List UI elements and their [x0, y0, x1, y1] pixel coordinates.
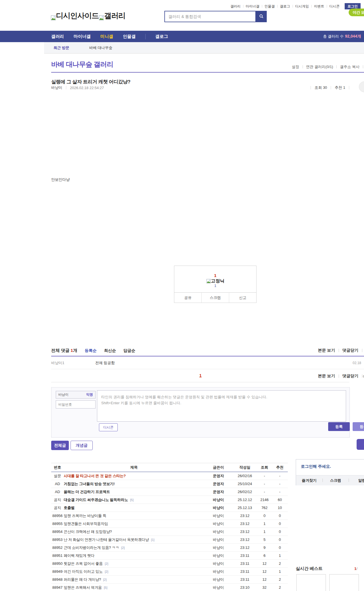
- post-link[interactable]: 대숲갤 가이드 써주겠습니노 필독하라노: [64, 498, 128, 502]
- gallery-utility-link[interactable]: 갤주소 복사: [336, 64, 363, 69]
- search-input[interactable]: [165, 14, 255, 19]
- post-link[interactable]: 호출벨: [64, 506, 75, 510]
- post-link[interactable]: 뒷걀은 즈목 없어서 좋음: [64, 561, 103, 566]
- post-extra-circle-button[interactable]: [359, 81, 364, 92]
- post-link[interactable]: 올해는 더 건강하기 프로젝트: [64, 490, 110, 494]
- post-writer-cell[interactable]: 바냥이: [204, 576, 233, 584]
- comment-password-field[interactable]: [56, 400, 96, 409]
- share-button[interactable]: 공유: [174, 293, 201, 303]
- post-link[interactable]: 근데 소비자병이라는게 있음? ㅋㅋ: [64, 545, 119, 550]
- post-views-cell: 762: [257, 504, 272, 512]
- post-writer-cell[interactable]: 바냥이: [204, 568, 233, 576]
- comment-submit-button[interactable]: 등록: [328, 422, 350, 431]
- main-nav-item[interactable]: 인물갤: [123, 34, 136, 39]
- comment-view-links: 본문 보기 댓글닫기: [314, 348, 362, 353]
- post-writer-cell[interactable]: 바냥이: [204, 552, 233, 560]
- post-link[interactable]: 퍼리물은 왜 다 게이냥?: [64, 577, 101, 582]
- top-link[interactable]: 마이너갤: [243, 3, 262, 9]
- gallery-title[interactable]: 바베 대나무숲 갤러리: [51, 60, 113, 69]
- all-posts-button[interactable]: 전체글: [51, 441, 69, 450]
- main-nav-item[interactable]: 갤로그: [145, 34, 168, 39]
- search-button[interactable]: [256, 11, 267, 22]
- post-number: AD: [51, 480, 64, 488]
- gallery-utility-link[interactable]: 연관 갤러리(0/1): [303, 64, 336, 69]
- post-link[interactable]: 난 저 화살이 언젠가 나한테 올거같아서 욕못하겠다냥: [64, 537, 149, 542]
- post-link[interactable]: 페이백 재밌게 햇다: [64, 553, 94, 558]
- comment-page-1[interactable]: 1: [199, 373, 202, 378]
- night-mode-toggle[interactable]: 야간 모드: [349, 9, 364, 16]
- top-link[interactable]: 갤러리: [228, 3, 243, 9]
- comment-sort-tab[interactable]: 최신순: [104, 348, 116, 353]
- comment-count-badge: [5]: [104, 586, 107, 589]
- refresh-icon[interactable]: ⟳: [363, 374, 364, 379]
- post-link[interactable]: 여긴 아직도 이러고 있노: [64, 569, 103, 574]
- main-nav-item[interactable]: 갤러리: [51, 34, 64, 39]
- post-writer-cell[interactable]: 운영자: [204, 488, 233, 496]
- close-comments-link[interactable]: 댓글닫기: [339, 348, 362, 353]
- post-date-cell: 25/10/24: [233, 480, 257, 488]
- scrap-button[interactable]: 스크랩: [201, 293, 229, 303]
- site-logo[interactable]: 디시인사이드 갤러리: [51, 11, 125, 21]
- post-views-cell: -: [257, 472, 272, 480]
- top-link[interactable]: 인물갤: [262, 3, 277, 9]
- post-writer-cell[interactable]: 바냥이: [204, 584, 233, 591]
- post-date-cell: 23:11: [233, 552, 257, 560]
- post-writer-cell[interactable]: 바냥이: [204, 536, 233, 544]
- post-writer-cell[interactable]: 바냥이: [204, 496, 233, 504]
- sidebar-tab[interactable]: 알림: [349, 475, 364, 485]
- post-writer-cell[interactable]: 바냥이: [204, 560, 233, 568]
- post-writer-cell[interactable]: 운영자: [204, 480, 233, 488]
- view-post-link[interactable]: 본문 보기: [314, 374, 339, 379]
- post-link[interactable]: 끈산이 크랙에선 왜 도망첬냥?: [64, 530, 112, 534]
- top-link[interactable]: 이벤트: [311, 3, 327, 9]
- post-link[interactable]: 시대를 잘 타고나서 뜬 것 같은 스타는?: [64, 474, 126, 478]
- post-number: 88954: [51, 528, 64, 536]
- post-link[interactable]: 거침없는 그녀들의 방송 엿보기!: [64, 482, 115, 486]
- gallery-utility-link[interactable]: 이용안내: [363, 64, 364, 69]
- post-views-cell: -: [257, 480, 272, 488]
- post-writer-cell[interactable]: 운영자: [204, 472, 233, 480]
- realtime-best-pagination[interactable]: 1/: [354, 567, 357, 571]
- post-link[interactable]: 앞챈은 즈목해서 역겨움: [64, 585, 102, 590]
- comment-textarea[interactable]: 타인의 권리를 침해하거나 명예를 훼손하는 댓글은 운영원칙 및 관련 법률에…: [97, 390, 346, 422]
- sidebar-tab[interactable]: 즐겨찾기: [296, 475, 322, 485]
- post-writer-cell[interactable]: 바냥이: [204, 528, 233, 536]
- comment-nickname[interactable]: 바냥이1: [51, 360, 64, 366]
- post-writer-cell[interactable]: 바냥이: [204, 544, 233, 552]
- post-link[interactable]: 앞챈 즈목까는 바냥이들 특: [64, 514, 106, 518]
- post-date-cell: 26/02/12: [233, 488, 257, 496]
- post-writer-cell[interactable]: 바냥이: [204, 512, 233, 520]
- main-nav-item[interactable]: 미니갤: [100, 34, 113, 39]
- post-number: 88952: [51, 544, 64, 552]
- gallery-utility-links: 설정 연관 갤러리(0/1) 갤주소 복사 이용안내: [288, 64, 364, 69]
- post-link[interactable]: 앞챈견들은 사회부적응자임: [64, 522, 108, 526]
- post-writer[interactable]: 바냥이: [51, 85, 62, 90]
- post-number: 88949: [51, 568, 64, 576]
- table-row: AD 올해는 더 건강하기 프로젝트 운영자 26/02/12 - -: [51, 488, 288, 496]
- sidebar-tab[interactable]: 스크랩: [322, 475, 349, 485]
- comment-name-field[interactable]: 바냥이 익명: [56, 391, 96, 399]
- post-writer-cell[interactable]: 바냥이: [204, 504, 233, 512]
- post-writer-cell[interactable]: 바냥이: [204, 520, 233, 528]
- dccon-button[interactable]: 디시콘: [99, 423, 118, 431]
- top-link[interactable]: 갤로그: [277, 3, 293, 9]
- main-nav-item[interactable]: 마이너갤: [74, 34, 91, 39]
- concept-posts-button[interactable]: 개념글: [71, 441, 93, 450]
- report-button[interactable]: 신고: [229, 293, 256, 303]
- comment-submit-button-secondary[interactable]: 등록: [353, 422, 364, 431]
- recent-visit-gallery[interactable]: 바베 대나무숲: [89, 45, 113, 50]
- post-date-cell: 23:12: [233, 520, 257, 528]
- write-post-button[interactable]: 글쓰기: [357, 439, 364, 450]
- top-link[interactable]: 디시게임: [293, 3, 311, 9]
- top-link[interactable]: 디시콘: [327, 3, 342, 9]
- best-thumbnail[interactable]: [296, 574, 326, 591]
- comment-sort-tab[interactable]: 등록순: [85, 348, 97, 353]
- gallery-utility-link[interactable]: 설정: [288, 64, 303, 69]
- close-comments-link[interactable]: 댓글닫기: [339, 374, 362, 379]
- post-views: 조회 30: [315, 85, 327, 90]
- post-writer-box: 1 고정닉 1 공유 스크랩 신고: [174, 266, 257, 303]
- best-thumbnail[interactable]: [329, 574, 359, 591]
- comment-sort-tab[interactable]: 답글순: [123, 348, 135, 353]
- view-post-link[interactable]: 본문 보기: [314, 348, 339, 353]
- post-recs-cell: 1: [272, 568, 288, 576]
